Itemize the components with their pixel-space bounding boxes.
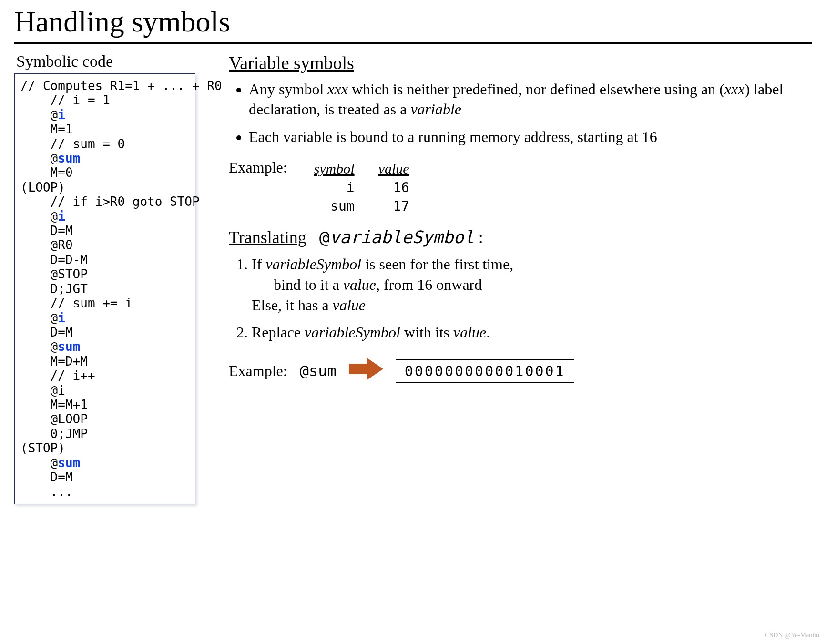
code-line: // sum += i	[20, 296, 189, 310]
binary-output: 0000000000010001	[396, 359, 574, 383]
code-line: M=D+M	[20, 354, 189, 368]
code-line: // i++	[20, 368, 189, 383]
code-line: (LOOP)	[20, 180, 189, 194]
code-line: (STOP)	[20, 441, 189, 455]
symbol-sum: sum	[58, 151, 80, 165]
code-line: @i	[20, 108, 189, 122]
right-column: Variable symbols Any symbol xxx which is…	[229, 52, 812, 504]
symbol-i: i	[58, 311, 65, 325]
code-line: D;JGT	[20, 282, 189, 296]
code-line: @sum	[20, 151, 189, 165]
svg-marker-0	[349, 358, 383, 380]
bullet-list: Any symbol xxx which is neither predefin…	[229, 79, 793, 147]
translating-heading: Translating @variableSymbol :	[229, 227, 793, 247]
code-line: @i	[20, 209, 189, 224]
code-line: @i	[20, 383, 189, 398]
code-line: ...	[20, 484, 189, 499]
code-line: @i	[20, 311, 189, 325]
code-line: @R0	[20, 238, 189, 252]
code-line: 0;JMP	[20, 427, 189, 441]
columns: Symbolic code // Computes R1=1 + ... + R…	[14, 52, 812, 504]
left-column: Symbolic code // Computes R1=1 + ... + R…	[14, 52, 195, 504]
code-line: D=M	[20, 325, 189, 339]
code-line: M=0	[20, 165, 189, 180]
code-line: D=M	[20, 470, 189, 484]
step-item: Replace variableSymbol with its value.	[252, 322, 793, 343]
step-item: If variableSymbol is seen for the first …	[252, 254, 793, 316]
code-line: @LOOP	[20, 412, 189, 426]
code-line: // i = 1	[20, 93, 189, 107]
title-rule	[14, 42, 812, 44]
section-variable-symbols: Variable symbols	[229, 52, 793, 73]
example-translation: Example: @sum 0000000000010001	[229, 357, 793, 385]
symbol-i: i	[58, 209, 65, 224]
symbol-i: i	[58, 108, 65, 122]
col-value: value	[367, 160, 421, 178]
code-line: // Computes R1=1 + ... + R0	[20, 79, 189, 93]
example-label: Example:	[229, 362, 287, 380]
code-heading: Symbolic code	[16, 52, 195, 71]
code-line: // if i>R0 goto STOP	[20, 194, 189, 209]
arrow-icon	[349, 357, 383, 385]
code-line: @sum	[20, 339, 189, 354]
example-table-row: Example: symbolvalue i16 sum17	[229, 159, 793, 216]
symbol-sum: sum	[58, 339, 80, 354]
code-line: D=D-M	[20, 253, 189, 267]
code-line: M=1	[20, 122, 189, 136]
code-line: @STOP	[20, 267, 189, 281]
code-line: @sum	[20, 456, 189, 470]
code-line: M=M+1	[20, 398, 189, 412]
code-box: // Computes R1=1 + ... + R0 // i = 1 @i …	[14, 73, 195, 504]
at-sum: @sum	[300, 362, 337, 380]
bullet-item: Each variable is bound to a running memo…	[249, 127, 793, 147]
bullet-item: Any symbol xxx which is neither predefin…	[249, 79, 793, 119]
symbol-sum: sum	[58, 456, 80, 470]
table-row: sum17	[303, 197, 421, 215]
page-title: Handling symbols	[14, 5, 812, 39]
symbol-table: symbolvalue i16 sum17	[302, 159, 422, 216]
code-line: // sum = 0	[20, 137, 189, 151]
code-line: D=M	[20, 224, 189, 238]
table-row: i16	[303, 179, 421, 196]
example-label: Example:	[229, 159, 287, 176]
col-symbol: symbol	[303, 160, 366, 178]
steps-list: If variableSymbol is seen for the first …	[229, 254, 793, 343]
